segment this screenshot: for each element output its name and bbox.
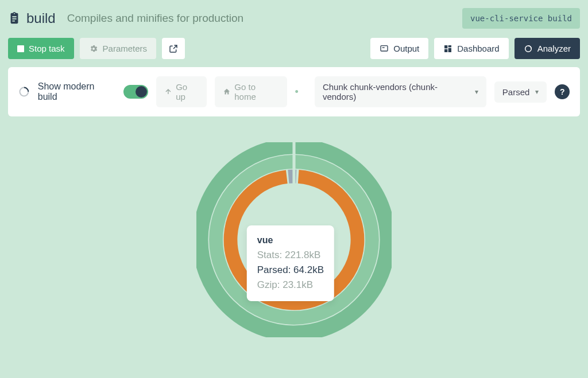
control-panel: Show modern build Go up Go to home • Chu… — [8, 67, 580, 116]
command-chip: vue-cli-service build — [462, 8, 580, 29]
page-title: build — [26, 10, 56, 26]
parameters-label: Parameters — [103, 44, 148, 53]
tooltip-gzip-label: Gzip: — [257, 279, 280, 290]
tab-analyzer-label: Analyzer — [537, 44, 571, 53]
chevron-down-icon: ▾ — [475, 88, 478, 96]
gear-icon — [89, 44, 98, 53]
stop-task-button[interactable]: Stop task — [8, 38, 74, 59]
svg-rect-4 — [448, 48, 451, 52]
sunburst-chart[interactable]: vue Stats: 221.8kB Parsed: 64.2kB Gzip: … — [0, 116, 588, 363]
svg-rect-3 — [448, 45, 451, 47]
tooltip-parsed-label: Parsed: — [257, 264, 291, 275]
svg-rect-5 — [444, 49, 447, 52]
chart-tooltip: vue Stats: 221.8kB Parsed: 64.2kB Gzip: … — [247, 225, 334, 301]
toggle-knob — [136, 86, 147, 98]
svg-rect-2 — [444, 45, 447, 48]
parameters-button[interactable]: Parameters — [80, 38, 157, 59]
go-up-button[interactable]: Go up — [156, 76, 207, 107]
tab-dashboard[interactable]: Dashboard — [434, 38, 508, 59]
external-link-icon — [169, 44, 178, 53]
tooltip-stats-label: Stats: — [257, 250, 282, 260]
output-icon — [380, 44, 389, 53]
stop-icon — [17, 45, 24, 52]
tooltip-name: vue — [257, 233, 324, 248]
separator-dot: • — [295, 86, 299, 98]
page-subtitle: Compiles and minifies for production — [67, 12, 243, 25]
toolbar-right: Output Dashboard Analyzer — [370, 38, 580, 59]
svg-rect-0 — [17, 45, 24, 52]
home-icon — [223, 88, 231, 96]
header: build Compiles and minifies for producti… — [0, 0, 588, 33]
go-home-button[interactable]: Go to home — [215, 76, 287, 107]
svg-rect-12 — [292, 142, 295, 187]
stop-task-label: Stop task — [29, 44, 65, 53]
toolbar-left: Stop task Parameters — [8, 38, 185, 59]
chevron-down-icon: ▾ — [535, 88, 539, 96]
tab-output-label: Output — [393, 44, 419, 53]
arrow-up-icon — [164, 88, 172, 96]
modern-build-toggle[interactable] — [123, 85, 148, 99]
tab-dashboard-label: Dashboard — [457, 44, 499, 53]
tooltip-parsed-value: 64.2kB — [293, 264, 324, 275]
tab-analyzer[interactable]: Analyzer — [514, 38, 580, 59]
modern-build-label: Show modern build — [38, 81, 115, 102]
chunk-select[interactable]: Chunk chunk-vendors (chunk-vendors) ▾ — [315, 76, 486, 107]
svg-rect-1 — [381, 45, 388, 50]
go-up-label: Go up — [176, 82, 199, 102]
chunk-select-label: Chunk chunk-vendors (chunk-vendors) — [323, 82, 469, 102]
dashboard-icon — [443, 44, 452, 53]
toolbar: Stop task Parameters Output Dashboard An… — [0, 33, 588, 67]
tab-output[interactable]: Output — [370, 38, 428, 59]
help-button[interactable]: ? — [555, 84, 570, 99]
clipboard-icon — [8, 11, 21, 26]
open-external-button[interactable] — [162, 38, 185, 59]
analyzer-icon — [524, 44, 533, 53]
mode-select-label: Parsed — [502, 87, 530, 97]
spinner-icon — [18, 86, 30, 98]
tooltip-stats-value: 221.8kB — [285, 250, 320, 260]
mode-select[interactable]: Parsed ▾ — [494, 81, 547, 103]
tooltip-gzip-value: 23.1kB — [283, 279, 313, 290]
header-left: build Compiles and minifies for producti… — [8, 10, 243, 26]
go-home-label: Go to home — [234, 82, 278, 102]
